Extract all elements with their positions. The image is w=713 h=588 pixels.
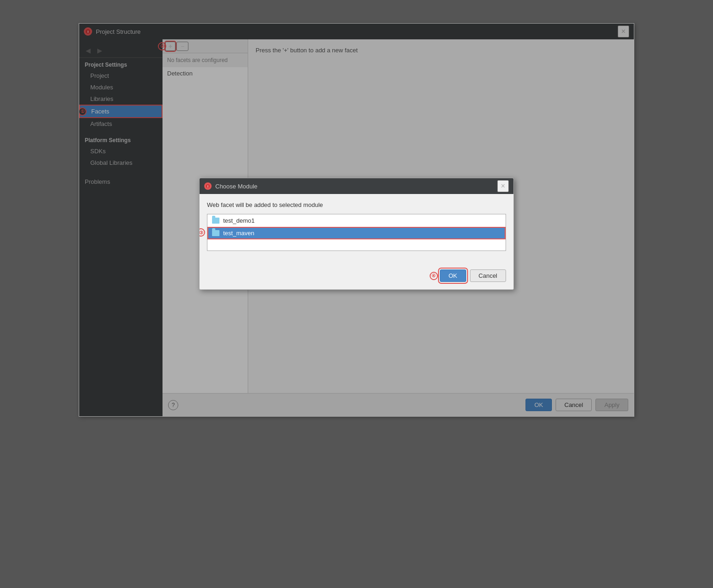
modal-ok-button[interactable]: OK [440, 269, 466, 282]
module-item-demo1[interactable]: test_demo1 [207, 214, 506, 227]
modal-titlebar: I Choose Module × [200, 178, 513, 194]
modal-intellij-icon: I [204, 182, 212, 190]
module-item-demo1-label: test_demo1 [223, 217, 255, 224]
choose-module-dialog: I Choose Module × Web facet will be adde… [199, 178, 514, 290]
folder-icon-maven [212, 230, 219, 236]
step3-badge: ③ [199, 228, 205, 237]
modal-body: Web facet will be added to selected modu… [200, 194, 513, 266]
module-item-maven[interactable]: test_maven [207, 227, 506, 239]
modal-footer: ④ OK Cancel [200, 266, 513, 289]
modal-title: Choose Module [215, 183, 257, 190]
modal-description: Web facet will be added to selected modu… [207, 201, 506, 208]
step4-badge: ④ [430, 272, 438, 280]
svg-text:I: I [207, 185, 208, 188]
module-item-maven-label: test_maven [223, 230, 254, 237]
modal-overlay: I Choose Module × Web facet will be adde… [79, 24, 634, 416]
project-structure-window: I Project Structure × ◀ ▶ Project Settin… [79, 23, 634, 417]
modal-close-button[interactable]: × [497, 180, 509, 192]
modal-titlebar-left: I Choose Module [204, 182, 257, 190]
folder-icon-demo1 [212, 218, 219, 224]
module-list: test_demo1 test_maven [207, 214, 506, 251]
modal-cancel-button[interactable]: Cancel [470, 269, 506, 282]
